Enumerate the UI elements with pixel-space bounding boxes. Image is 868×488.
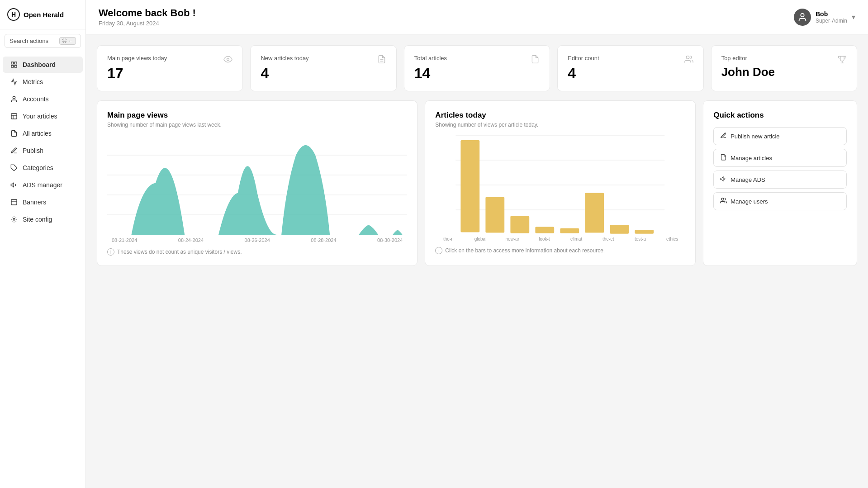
stat-editor-count: Editor count 4	[557, 45, 703, 91]
stat-total-articles: Total articles 14	[404, 45, 550, 91]
trophy-icon	[838, 55, 847, 66]
bar-chart[interactable]	[435, 135, 685, 235]
stat-label: Total articles	[414, 55, 447, 62]
button-label: Publish new article	[730, 133, 779, 140]
sidebar-item-categories[interactable]: Categories	[3, 160, 83, 176]
svg-rect-0	[11, 62, 14, 64]
edit-icon	[720, 132, 727, 140]
bar-label: the-et	[597, 237, 620, 242]
welcome-title: Welcome back Bob !	[99, 7, 196, 19]
stat-label: Editor count	[568, 55, 599, 62]
x-label: 08-24-2024	[178, 237, 204, 243]
line-chart	[107, 135, 407, 235]
svg-marker-36	[721, 177, 723, 181]
x-label: 08-26-2024	[245, 237, 270, 243]
sidebar-item-banners[interactable]: Banners	[3, 194, 83, 210]
user-menu[interactable]: Bob Super-Admin ▾	[794, 9, 855, 26]
stat-new-articles: New articles today 4	[250, 45, 396, 91]
dashboard-icon	[10, 61, 18, 69]
user-role: Super-Admin	[816, 18, 847, 24]
button-label: Manage ADS	[730, 176, 765, 183]
users-icon	[684, 55, 693, 66]
svg-rect-35	[635, 230, 654, 234]
button-label: Manage users	[730, 198, 768, 205]
bar-label: ethics	[661, 237, 683, 242]
bar-label: the-ri	[437, 237, 460, 242]
info-icon: i	[435, 247, 442, 254]
sidebar-item-label: Your articles	[23, 113, 57, 120]
sidebar-item-label: All articles	[23, 130, 52, 137]
chart-title: Articles today	[435, 111, 685, 120]
eye-icon	[223, 55, 232, 66]
stat-value: 14	[414, 65, 447, 82]
svg-point-37	[721, 198, 724, 200]
header-date: Friday 30, August 2024	[99, 20, 196, 27]
svg-point-17	[686, 56, 689, 59]
svg-marker-9	[11, 183, 14, 187]
your-articles-icon	[10, 112, 18, 120]
sidebar-item-dashboard[interactable]: Dashboard	[3, 57, 83, 73]
header-text: Welcome back Bob ! Friday 30, August 202…	[99, 7, 196, 27]
categories-icon	[10, 164, 18, 172]
bar-label: look-t	[533, 237, 555, 242]
doc-icon	[377, 55, 386, 66]
sidebar-item-accounts[interactable]: Accounts	[3, 91, 83, 107]
sidebar-item-label: Metrics	[23, 78, 43, 85]
svg-rect-31	[536, 227, 555, 233]
app-name: Open Herald	[24, 11, 64, 19]
svg-point-13	[801, 13, 804, 16]
stats-row: Main page views today 17 New articles to…	[97, 45, 857, 91]
chart-footer-text: These views do not count as unique visit…	[117, 249, 242, 255]
accounts-icon	[10, 95, 18, 103]
sidebar-item-your-articles[interactable]: Your articles	[3, 108, 83, 124]
bar-label: new-ar	[501, 237, 524, 242]
publish-icon	[10, 147, 18, 155]
sidebar-item-label: Publish	[23, 147, 43, 154]
bar-label: climat	[565, 237, 588, 242]
svg-point-12	[13, 218, 15, 220]
publish-new-article-button[interactable]: Publish new article	[713, 127, 847, 145]
svg-rect-5	[11, 114, 17, 119]
user-details: Bob Super-Admin	[816, 10, 847, 24]
stat-label: Main page views today	[107, 55, 167, 62]
sidebar-item-label: Dashboard	[23, 61, 56, 68]
info-icon: i	[107, 248, 114, 256]
x-label: 08-21-2024	[112, 237, 137, 243]
users-icon	[720, 197, 727, 205]
quick-actions-title: Quick actions	[713, 111, 847, 120]
sidebar-item-all-articles[interactable]: All articles	[3, 125, 83, 142]
site-config-icon	[10, 215, 18, 223]
logo-icon: H	[7, 8, 20, 21]
chart-footer: i These views do not count as unique vis…	[107, 248, 407, 256]
bar-label: test-a	[629, 237, 651, 242]
x-label: 08-30-2024	[377, 237, 403, 243]
svg-rect-2	[11, 65, 14, 67]
quick-actions-panel: Quick actions Publish new article Manage…	[703, 100, 857, 266]
sidebar-item-publish[interactable]: Publish	[3, 142, 83, 159]
all-articles-icon	[10, 129, 18, 137]
svg-rect-34	[610, 225, 629, 234]
button-label: Manage articles	[730, 155, 772, 161]
sidebar-item-label: Accounts	[23, 95, 49, 103]
search-actions-button[interactable]: Search actions ⌘ ←	[5, 34, 81, 48]
svg-rect-30	[511, 216, 530, 233]
svg-rect-33	[585, 193, 604, 233]
metrics-icon	[10, 78, 18, 86]
stat-label: New articles today	[261, 55, 308, 62]
sidebar-item-site-config[interactable]: Site config	[3, 211, 83, 227]
manage-articles-button[interactable]: Manage articles	[713, 149, 847, 167]
sidebar: H Open Herald Search actions ⌘ ← Dashboa…	[0, 0, 86, 488]
sidebar-item-metrics[interactable]: Metrics	[3, 74, 83, 90]
sidebar-item-ads-manager[interactable]: ADS manager	[3, 177, 83, 193]
svg-rect-10	[11, 199, 17, 205]
manage-users-button[interactable]: Manage users	[713, 192, 847, 210]
chart-footer: i Click on the bars to access more infor…	[435, 247, 685, 254]
svg-rect-32	[560, 228, 579, 233]
stat-value: John Doe	[721, 65, 775, 79]
user-name: Bob	[816, 10, 847, 18]
dashboard-content: Main page views today 17 New articles to…	[86, 34, 868, 488]
app-logo[interactable]: H Open Herald	[0, 0, 85, 29]
manage-ads-button[interactable]: Manage ADS	[713, 171, 847, 189]
doc-stack-icon	[531, 55, 540, 66]
ads-manager-icon	[10, 181, 18, 189]
